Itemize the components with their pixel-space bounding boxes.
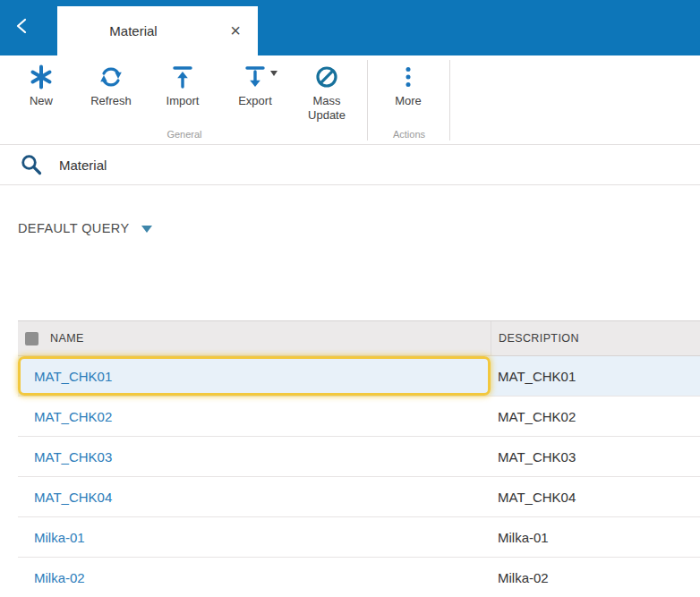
query-selector-label: DEFAULT QUERY bbox=[18, 221, 129, 235]
refresh-button-label: Refresh bbox=[90, 94, 132, 108]
mass-update-icon bbox=[313, 62, 340, 92]
table-row[interactable]: Milka-02 Milka-02 bbox=[18, 558, 700, 597]
toolbar-group-general: General bbox=[0, 129, 369, 140]
material-table: NAME DESCRIPTION MAT_CHK01 MAT_CHK01 MAT… bbox=[18, 320, 700, 597]
new-button[interactable]: New bbox=[5, 62, 77, 108]
mass-update-button[interactable]: Mass Update bbox=[291, 62, 363, 124]
refresh-button[interactable]: Refresh bbox=[75, 62, 147, 108]
table-row[interactable]: MAT_CHK01 MAT_CHK01 bbox=[18, 356, 700, 397]
name-cell: MAT_CHK04 bbox=[18, 477, 491, 516]
name-cell: MAT_CHK02 bbox=[18, 397, 491, 436]
material-name-link[interactable]: MAT_CHK04 bbox=[34, 490, 112, 505]
chevron-left-icon bbox=[13, 15, 34, 40]
back-button[interactable] bbox=[9, 13, 38, 42]
query-selector[interactable]: DEFAULT QUERY bbox=[0, 185, 700, 242]
select-all-checkbox[interactable] bbox=[25, 332, 38, 345]
import-button[interactable]: Import bbox=[147, 62, 218, 108]
material-name-link[interactable]: Milka-02 bbox=[34, 570, 85, 585]
table-row[interactable]: MAT_CHK02 MAT_CHK02 bbox=[18, 397, 700, 437]
name-cell: Milka-01 bbox=[18, 517, 491, 557]
close-icon[interactable]: × bbox=[222, 6, 249, 55]
table-row[interactable]: MAT_CHK03 MAT_CHK03 bbox=[18, 437, 700, 477]
description-cell: MAT_CHK04 bbox=[491, 477, 700, 516]
tab-title: Material bbox=[57, 6, 209, 55]
export-icon bbox=[242, 62, 269, 92]
table-header-description: DESCRIPTION bbox=[491, 321, 700, 355]
material-name-link[interactable]: MAT_CHK01 bbox=[34, 369, 112, 384]
name-cell: MAT_CHK01 bbox=[18, 356, 491, 396]
search-input[interactable] bbox=[59, 158, 417, 173]
new-button-label: New bbox=[30, 94, 53, 108]
material-name-link[interactable]: Milka-01 bbox=[34, 530, 85, 545]
asterisk-icon bbox=[28, 62, 55, 92]
more-button-label: More bbox=[395, 94, 422, 108]
mass-update-button-label: Mass Update bbox=[302, 94, 352, 124]
material-name-link[interactable]: MAT_CHK02 bbox=[34, 409, 112, 424]
more-icon bbox=[395, 62, 422, 92]
refresh-icon bbox=[98, 62, 124, 92]
table-row[interactable]: MAT_CHK04 MAT_CHK04 bbox=[18, 477, 700, 517]
import-button-label: Import bbox=[166, 94, 200, 108]
table-row[interactable]: Milka-01 Milka-01 bbox=[18, 517, 700, 558]
import-icon bbox=[169, 62, 196, 92]
column-header-name[interactable]: NAME bbox=[50, 332, 84, 345]
toolbar-group-actions: Actions bbox=[369, 129, 449, 140]
material-name-link[interactable]: MAT_CHK03 bbox=[34, 449, 112, 465]
description-cell: MAT_CHK03 bbox=[491, 437, 700, 476]
table-header-name: NAME bbox=[18, 321, 491, 355]
name-cell: Milka-02 bbox=[18, 558, 491, 597]
search-icon bbox=[20, 153, 43, 176]
column-header-description[interactable]: DESCRIPTION bbox=[499, 332, 579, 345]
table-header-row: NAME DESCRIPTION bbox=[18, 320, 700, 356]
name-cell: MAT_CHK03 bbox=[18, 437, 491, 476]
search-bar bbox=[0, 145, 700, 185]
export-button-label: Export bbox=[238, 94, 272, 108]
description-cell: Milka-01 bbox=[491, 517, 700, 557]
toolbar-separator bbox=[367, 60, 368, 141]
toolbar-separator bbox=[449, 60, 450, 141]
description-cell: Milka-02 bbox=[491, 558, 700, 597]
export-button[interactable]: Export bbox=[219, 62, 291, 108]
description-cell: MAT_CHK02 bbox=[491, 397, 700, 436]
chevron-down-icon bbox=[141, 226, 152, 233]
title-bar: Material × bbox=[0, 0, 700, 55]
more-button[interactable]: More bbox=[372, 62, 444, 108]
description-cell: MAT_CHK01 bbox=[491, 356, 700, 396]
chevron-down-icon[interactable] bbox=[270, 71, 277, 76]
toolbar: New Refresh Import bbox=[0, 55, 700, 145]
tab-material[interactable]: Material × bbox=[57, 6, 258, 55]
